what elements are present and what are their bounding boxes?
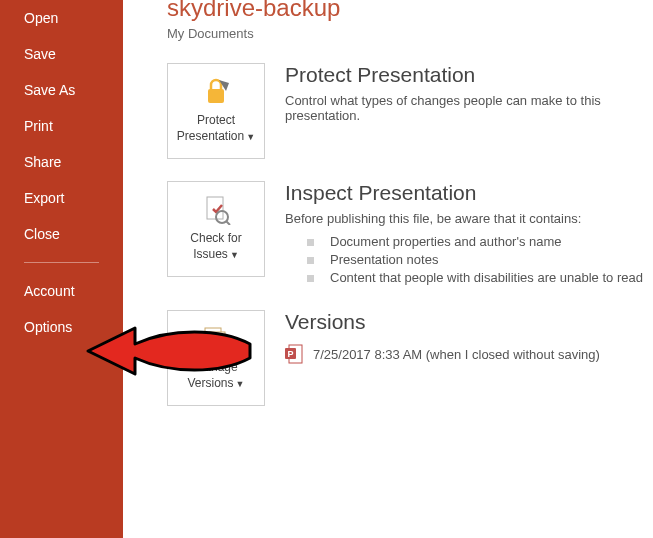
info-panel: skydrive-backup My Documents ProtectPres… [123,0,653,538]
svg-text:P: P [287,349,293,359]
lock-icon [199,77,233,107]
sidebar-item-options[interactable]: Options [0,309,123,345]
sidebar-item-label: Options [0,309,123,345]
bullet-item: Presentation notes [285,252,643,267]
inspect-info: Inspect Presentation Before publishing t… [285,181,643,288]
bullet-icon [307,257,314,264]
sidebar-item-print[interactable]: Print [0,108,123,144]
sidebar-item-save[interactable]: Save [0,36,123,72]
protect-presentation-button[interactable]: ProtectPresentation▼ [167,63,265,159]
bullet-item: Content that people with disabilities ar… [285,270,643,285]
manage-versions-button[interactable]: ManageVersions▼ [167,310,265,406]
sidebar-item-label: Print [0,108,123,144]
sidebar-item-label: Open [0,0,123,36]
versions-icon [199,324,233,354]
section-heading: Versions [285,310,600,334]
sidebar-item-label: Save As [0,72,123,108]
svg-rect-0 [208,89,224,103]
sidebar-item-save-as[interactable]: Save As [0,72,123,108]
inspect-section: Check forIssues▼ Inspect Presentation Be… [167,181,653,288]
svg-rect-6 [212,336,222,338]
document-check-icon [199,195,233,225]
powerpoint-file-icon: P [285,344,303,364]
section-desc: Control what types of changes people can… [285,93,653,123]
sidebar-item-label: Export [0,180,123,216]
tile-label: Check forIssues▼ [190,231,241,262]
sidebar-item-label: Close [0,216,123,252]
sidebar-item-export[interactable]: Export [0,180,123,216]
chevron-down-icon: ▼ [236,379,245,389]
sidebar-item-open[interactable]: Open [0,0,123,36]
section-heading: Protect Presentation [285,63,653,87]
file-location: My Documents [167,26,653,41]
bullet-item: Document properties and author's name [285,234,643,249]
sidebar-item-account[interactable]: Account [0,273,123,309]
chevron-down-icon: ▼ [230,250,239,260]
sidebar-item-label: Account [0,273,123,309]
protect-section: ProtectPresentation▼ Protect Presentatio… [167,63,653,159]
versions-info: Versions P 7/25/2017 8:33 AM (when I clo… [285,310,600,406]
svg-rect-7 [212,340,222,342]
section-heading: Inspect Presentation [285,181,643,205]
sidebar-item-label: Share [0,144,123,180]
tile-label: ManageVersions▼ [188,360,245,391]
file-title: skydrive-backup [167,0,653,22]
sidebar-item-label: Save [0,36,123,72]
tile-label: ProtectPresentation▼ [177,113,255,144]
inspect-bullets: Document properties and author's name Pr… [285,234,643,285]
bullet-icon [307,239,314,246]
version-entry[interactable]: P 7/25/2017 8:33 AM (when I closed witho… [285,344,600,364]
svg-line-3 [226,221,230,225]
section-desc: Before publishing this file, be aware th… [285,211,643,226]
version-label: 7/25/2017 8:33 AM (when I closed without… [313,347,600,362]
bullet-icon [307,275,314,282]
sidebar-item-close[interactable]: Close [0,216,123,252]
protect-info: Protect Presentation Control what types … [285,63,653,159]
sidebar-item-share[interactable]: Share [0,144,123,180]
chevron-down-icon: ▼ [246,132,255,142]
check-for-issues-button[interactable]: Check forIssues▼ [167,181,265,277]
versions-section: ManageVersions▼ Versions P 7/25/2017 8:3… [167,310,653,406]
backstage-sidebar: Open Save Save As Print Share Export Clo… [0,0,123,538]
sidebar-divider [24,262,99,263]
